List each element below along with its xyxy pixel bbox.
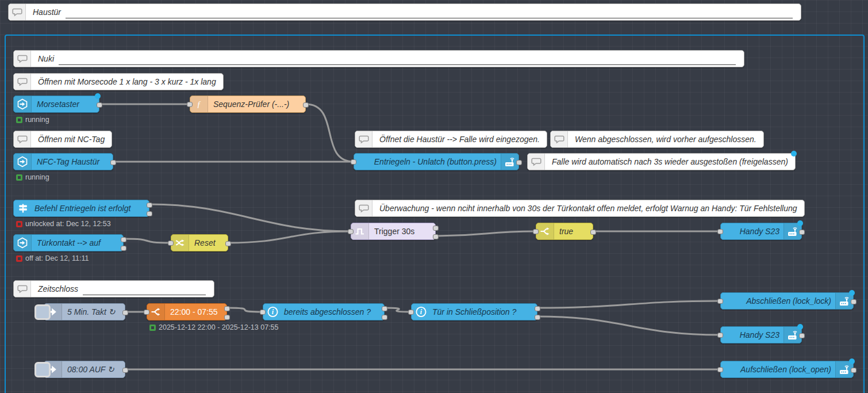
changed-indicator (849, 290, 855, 296)
input-port[interactable] (717, 367, 723, 372)
node-handy-s23-oben[interactable]: Handy S23 (720, 223, 802, 240)
node-label: Türkontakt --> auf (14, 235, 123, 251)
input-port[interactable] (187, 102, 193, 107)
changed-indicator (791, 151, 797, 157)
output-port[interactable] (382, 315, 387, 320)
status-shape-icon (16, 255, 22, 262)
input-port[interactable] (717, 333, 723, 338)
wire[interactable] (306, 104, 354, 162)
input-port[interactable] (260, 310, 266, 315)
inject-button[interactable] (34, 304, 51, 320)
comment-oeffnet-haustuer[interactable]: Öffnet die Haustür --> Falle wird eingez… (355, 131, 547, 148)
node-tuerkontakt-auf[interactable]: Türkontakt --> aufoff at: Dec 12, 11:11 (13, 234, 124, 251)
input-port[interactable] (717, 299, 723, 304)
output-port[interactable] (535, 315, 540, 320)
node-label: Abschließen (lock_lock) (721, 293, 853, 309)
node-trigger-30s[interactable]: Trigger 30s (351, 223, 436, 240)
status-shape-icon (16, 174, 22, 181)
speech-bubble-icon (9, 4, 26, 20)
output-port[interactable] (224, 306, 230, 311)
node-entriegeln-unlatch[interactable]: Entriegeln - Unlatch (button.press) (354, 153, 519, 170)
node-label: true (536, 223, 593, 239)
output-port[interactable] (110, 160, 116, 165)
speech-bubble-icon (528, 154, 545, 170)
node-nfc-tag-haustuer[interactable]: NFC-Tag Haustürrunning (13, 153, 113, 170)
output-port[interactable] (433, 226, 439, 231)
comment-nuki[interactable]: Nuki (13, 50, 744, 67)
comment-underline (66, 6, 793, 18)
input-port[interactable] (533, 229, 539, 234)
comment-ueberwachung[interactable]: Überwachung - wenn nciht innerhalb von 3… (355, 200, 805, 217)
node-label: Befehl Entriegeln ist erfolgt (14, 200, 149, 216)
output-port[interactable] (225, 241, 231, 246)
output-port[interactable] (121, 237, 126, 242)
flow-canvas[interactable]: HaustürNukiÖffnen mit Morsecode 1 x lang… (0, 0, 868, 393)
output-port[interactable] (851, 368, 857, 373)
node-tuer-schliessposition[interactable]: iTür in Schließposition ? (411, 303, 537, 320)
node-label: Tür in Schließposition ? (412, 304, 537, 320)
input-port[interactable] (168, 241, 174, 246)
node-bereits-abgeschlossen[interactable]: ibereits abgeschlossen ? (263, 303, 385, 320)
output-port[interactable] (590, 230, 596, 235)
input-port[interactable] (348, 229, 354, 234)
node-zeitfenster-2200-0755[interactable]: 22:00 - 07:552025-12-12 22:00 - 2025-12-… (147, 303, 227, 320)
output-port[interactable] (799, 230, 805, 235)
input-port[interactable] (351, 159, 356, 165)
input-port[interactable] (717, 229, 723, 234)
output-port[interactable] (851, 299, 857, 304)
node-inject-0800[interactable]: 08:00 AUF ↻ (44, 361, 125, 378)
output-port[interactable] (122, 310, 128, 315)
node-befehl-entriegeln[interactable]: Befehl Entriegeln ist erfolgtunlocked at… (13, 200, 149, 217)
comment-morsecode[interactable]: Öffnen mit Morsecode 1 x lang - 3 x kurz… (13, 73, 224, 90)
comment-wenn-abgeschlossen[interactable]: Wenn abgeschlossen, wird vorher aufgesch… (550, 131, 764, 148)
comment-falle[interactable]: Falle wird automatisch nach 3s wieder au… (527, 153, 796, 170)
node-label: Reset (171, 235, 228, 251)
speech-bubble-icon (14, 281, 31, 297)
output-port[interactable] (535, 306, 540, 311)
output-port[interactable] (121, 246, 126, 251)
node-true-switch[interactable]: true (536, 223, 593, 240)
wire[interactable] (537, 301, 720, 308)
node-status: running (16, 116, 49, 124)
speech-bubble-icon (14, 74, 31, 90)
output-port[interactable] (303, 102, 309, 108)
node-sequenz-pruefer[interactable]: ƒSequenz-Prüfer (-...-) (190, 96, 306, 113)
wire[interactable] (228, 231, 351, 243)
node-label: NFC-Tag Haustür (14, 154, 113, 170)
output-port[interactable] (122, 368, 128, 373)
output-port[interactable] (799, 333, 805, 338)
output-port[interactable] (516, 160, 522, 165)
wire[interactable] (537, 316, 720, 335)
wire[interactable] (227, 308, 263, 312)
comment-haustuer[interactable]: Haustür (8, 3, 801, 21)
output-port[interactable] (147, 211, 152, 216)
output-port[interactable] (224, 315, 230, 320)
changed-indicator (849, 358, 855, 364)
node-reset[interactable]: Reset (171, 234, 228, 251)
wire[interactable] (124, 239, 171, 243)
node-morsetaster[interactable]: Morsetasterrunning (13, 96, 99, 113)
node-abschliessen[interactable]: Abschließen (lock_lock) (720, 292, 854, 310)
wire[interactable] (436, 231, 536, 236)
inject-button[interactable] (34, 362, 51, 377)
input-port[interactable] (144, 310, 149, 315)
input-port[interactable] (408, 310, 414, 315)
comment-nctag[interactable]: Öffnen mit NC-Tag (13, 131, 112, 148)
node-handy-s23-unten[interactable]: Handy S23 (720, 326, 802, 344)
node-aufschliessen[interactable]: Aufschließen (lock_open) (720, 361, 854, 378)
node-status: running (16, 173, 49, 181)
output-port[interactable] (433, 234, 439, 239)
wire[interactable] (385, 308, 411, 312)
status-text: 2025-12-12 22:00 - 2025-12-13 07:55 (159, 323, 279, 331)
output-port[interactable] (382, 306, 387, 311)
node-label: 08:00 AUF ↻ (44, 361, 125, 377)
speech-bubble-icon (14, 131, 31, 147)
comment-text: Öffnen mit Morsecode 1 x lang - 3 x kurz… (31, 77, 223, 86)
node-inject-5min[interactable]: 5 Min. Takt ↻ (44, 303, 125, 320)
comment-underline (59, 52, 736, 65)
comment-text: Nuki (31, 54, 61, 63)
comment-zeitschloss[interactable]: Zeitschloss (13, 280, 214, 297)
output-port[interactable] (147, 203, 152, 208)
wire[interactable] (149, 204, 351, 231)
output-port[interactable] (97, 102, 102, 108)
